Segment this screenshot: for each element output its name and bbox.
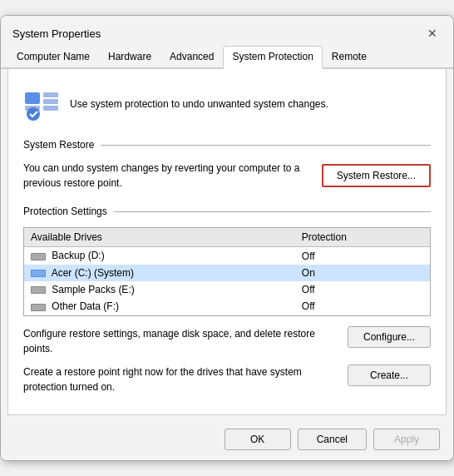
drives-table-wrapper: Available Drives Protection Backup (D:) … — [23, 227, 431, 315]
table-row[interactable]: Backup (D:) Off — [24, 247, 430, 265]
section-divider-2 — [114, 211, 431, 212]
svg-rect-11 — [32, 287, 45, 293]
col-drives: Available Drives — [24, 228, 295, 247]
svg-rect-9 — [32, 270, 45, 276]
create-button[interactable]: Create... — [348, 364, 431, 386]
tab-bar: Computer Name Hardware Advanced System P… — [1, 42, 453, 69]
col-protection: Protection — [295, 228, 430, 247]
hdd-icon — [31, 285, 46, 295]
table-header-row: Available Drives Protection — [24, 228, 430, 247]
protection-settings-title: Protection Settings — [23, 206, 107, 217]
shield-icon — [23, 86, 60, 122]
svg-rect-7 — [32, 254, 45, 260]
cancel-button[interactable]: Cancel — [298, 429, 367, 450]
svg-rect-0 — [25, 92, 40, 104]
drive-name: Other Data (F:) — [24, 298, 295, 315]
create-row: Create a restore point right now for the… — [23, 364, 431, 394]
svg-rect-13 — [32, 305, 45, 310]
protection-settings-header: Protection Settings — [23, 206, 431, 217]
drives-table-scroll[interactable]: Available Drives Protection Backup (D:) … — [24, 228, 430, 315]
dialog-title: System Properties — [12, 27, 101, 40]
configure-row: Configure restore settings, manage disk … — [23, 326, 431, 356]
system-restore-row: You can undo system changes by reverting… — [23, 161, 431, 191]
system-restore-header: System Restore — [23, 139, 431, 151]
sys-drive-icon — [31, 268, 46, 279]
table-row[interactable]: Sample Packs (E:) Off — [24, 281, 430, 298]
title-bar: System Properties ✕ — [1, 16, 453, 42]
ok-button[interactable]: OK — [225, 429, 291, 450]
close-button[interactable]: ✕ — [423, 24, 442, 42]
tab-remote[interactable]: Remote — [323, 46, 376, 67]
system-properties-dialog: System Properties ✕ Computer Name Hardwa… — [0, 15, 454, 460]
create-description: Create a restore point right now for the… — [23, 364, 339, 394]
drive-name: Sample Packs (E:) — [24, 281, 295, 298]
tab-computer-name[interactable]: Computer Name — [7, 46, 99, 67]
protection-settings-section: Protection Settings Available Drives Pro… — [23, 206, 431, 315]
configure-button[interactable]: Configure... — [348, 326, 431, 348]
tab-hardware[interactable]: Hardware — [99, 46, 160, 67]
svg-rect-3 — [43, 99, 58, 104]
dialog-footer: OK Cancel Apply — [1, 422, 453, 460]
configure-description: Configure restore settings, manage disk … — [23, 326, 339, 356]
tab-advanced[interactable]: Advanced — [160, 46, 223, 67]
drive-protection: Off — [295, 247, 430, 265]
table-row[interactable]: Acer (C:) (System) On — [24, 265, 430, 281]
info-text: Use system protection to undo unwanted s… — [70, 98, 328, 110]
svg-rect-2 — [43, 92, 58, 97]
hdd-icon — [31, 302, 46, 313]
section-divider — [101, 145, 431, 146]
tab-system-protection[interactable]: System Protection — [223, 46, 322, 69]
svg-point-5 — [27, 107, 40, 121]
drive-protection: Off — [295, 281, 430, 298]
drive-protection: On — [295, 265, 430, 281]
hdd-icon — [31, 251, 46, 262]
system-restore-title: System Restore — [23, 139, 94, 151]
table-row[interactable]: Other Data (F:) Off — [24, 298, 430, 315]
drive-protection: Off — [295, 298, 430, 315]
drive-name: Acer (C:) (System) — [24, 265, 295, 281]
apply-button[interactable]: Apply — [373, 429, 440, 450]
drives-table: Available Drives Protection Backup (D:) … — [24, 228, 430, 315]
info-banner: Use system protection to undo unwanted s… — [23, 81, 431, 127]
system-restore-button[interactable]: System Restore... — [322, 164, 431, 187]
tab-content: Use system protection to undo unwanted s… — [7, 69, 447, 414]
drive-name: Backup (D:) — [24, 247, 295, 265]
system-restore-description: You can undo system changes by reverting… — [23, 161, 313, 191]
svg-rect-4 — [43, 106, 58, 111]
